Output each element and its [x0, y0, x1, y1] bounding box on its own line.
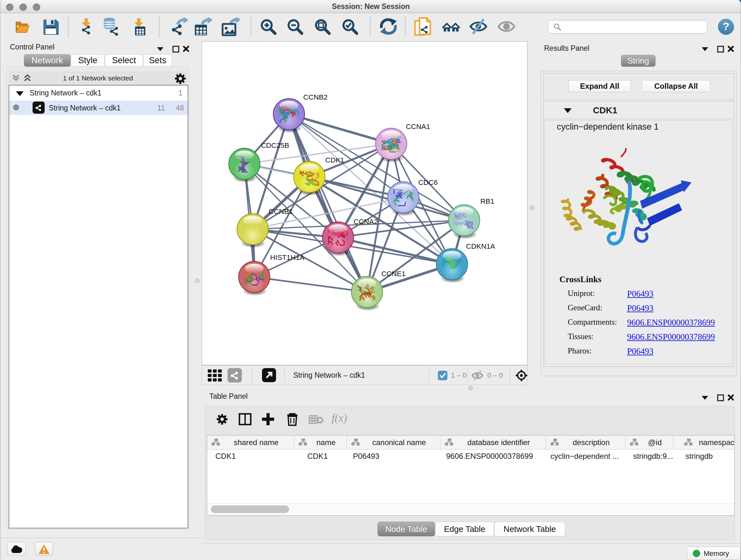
- svg-text:CDC6: CDC6: [418, 179, 438, 186]
- svg-text:CDK1: CDK1: [325, 156, 344, 164]
- svg-text:HIST1H1A: HIST1H1A: [270, 253, 305, 261]
- svg-text:CCNA2: CCNA2: [354, 218, 378, 226]
- svg-text:CCNE1: CCNE1: [381, 270, 406, 278]
- svg-text:RB1: RB1: [480, 197, 494, 205]
- svg-text:CCNB2: CCNB2: [303, 93, 327, 101]
- svg-text:CDKN1A: CDKN1A: [466, 242, 495, 250]
- svg-text:CCNA1: CCNA1: [406, 123, 430, 131]
- svg-text:CDC25B: CDC25B: [261, 141, 289, 149]
- svg-text:CCNB1: CCNB1: [269, 207, 293, 215]
